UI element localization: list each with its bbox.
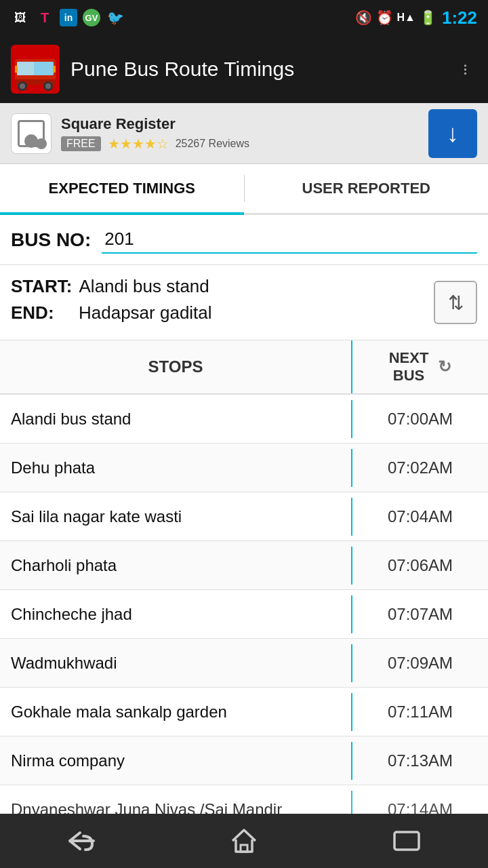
ad-banner: Square Register FREE ★★★★☆ 25267 Reviews… <box>0 103 488 164</box>
gv-icon: GV <box>83 9 100 26</box>
stop-name: Nirma company <box>0 742 352 780</box>
battery-icon: 🔋 <box>420 9 436 26</box>
bus-number-row: BUS NO: <box>0 215 488 265</box>
ad-app-name: Square Register <box>61 115 419 133</box>
bird-icon: 🐦 <box>106 8 125 27</box>
signal-icon: H▲ <box>397 12 415 24</box>
home-icon <box>229 826 259 856</box>
stop-name: Gokhale mala sankalp garden <box>0 693 352 731</box>
tabs-container: EXPECTED TIMINGS USER REPORTED <box>0 164 488 215</box>
time-display: 1:22 <box>442 7 477 28</box>
ad-free-badge: FREE <box>61 136 101 151</box>
content-area: BUS NO: START: Alandi bus stand END: Had… <box>0 215 488 834</box>
col-stops-header: STOPS <box>0 340 352 393</box>
tmobile-icon: T <box>35 8 54 27</box>
alarm-icon: ⏰ <box>376 9 393 26</box>
stop-name: Alandi bus stand <box>0 400 352 438</box>
ad-stars: ★★★★☆ <box>108 136 169 152</box>
stop-row[interactable]: Gokhale mala sankalp garden 07:11AM <box>0 688 488 736</box>
stop-name: Dehu phata <box>0 449 352 487</box>
back-icon <box>66 829 96 852</box>
app-icon <box>11 45 60 94</box>
app-bar: Pune Bus Route Timings ··· <box>0 35 488 103</box>
svg-rect-9 <box>53 66 56 73</box>
stop-row[interactable]: Sai lila nagar kate wasti 07:04AM <box>0 492 488 541</box>
status-bar: 🖼 T in GV 🐦 🔇 ⏰ H▲ 🔋 1:22 <box>0 0 488 35</box>
swap-icon: ⇅ <box>448 292 464 314</box>
linkedin-icon: in <box>60 9 77 26</box>
app-bar-left: Pune Bus Route Timings <box>11 45 294 94</box>
stop-time: 07:00AM <box>352 400 488 438</box>
stop-time: 07:09AM <box>352 644 488 682</box>
table-header: STOPS NEXTBUS ↻ <box>0 340 488 395</box>
svg-rect-2 <box>17 62 34 75</box>
stop-name: Wadmukhwadi <box>0 644 352 682</box>
stop-name: Chincheche jhad <box>0 595 352 633</box>
swap-direction-button[interactable]: ⇅ <box>434 281 477 324</box>
start-label: START: <box>11 276 73 297</box>
stop-row[interactable]: Chincheche jhad 07:07AM <box>0 590 488 639</box>
start-value: Alandi bus stand <box>79 276 209 297</box>
nav-bar <box>0 814 488 868</box>
bus-image <box>12 45 59 93</box>
right-icons: 🔇 ⏰ H▲ 🔋 <box>355 9 436 26</box>
stops-rows-container: Alandi bus stand 07:00AM Dehu phata 07:0… <box>0 395 488 834</box>
route-info: START: Alandi bus stand END: Hadapsar ga… <box>0 265 488 340</box>
stop-time: 07:02AM <box>352 449 488 487</box>
start-row: START: Alandi bus stand <box>11 276 434 297</box>
home-button[interactable] <box>217 821 271 861</box>
overflow-menu-icon[interactable]: ··· <box>455 63 477 75</box>
stop-row[interactable]: Wadmukhwadi 07:09AM <box>0 639 488 688</box>
tab-expected-timings[interactable]: EXPECTED TIMINGS <box>0 164 244 213</box>
stop-time: 07:11AM <box>352 693 488 731</box>
svg-point-7 <box>45 83 51 89</box>
status-icons-left: 🖼 T in GV 🐦 <box>11 8 125 27</box>
stop-time: 07:07AM <box>352 595 488 633</box>
end-row: END: Hadapsar gadital <box>11 302 434 323</box>
tab-user-reported[interactable]: USER REPORTED <box>245 164 489 213</box>
ad-meta: FREE ★★★★☆ 25267 Reviews <box>61 136 419 152</box>
stop-name: Sai lila nagar kate wasti <box>0 498 352 536</box>
svg-point-5 <box>20 83 25 89</box>
bus-no-label: BUS NO: <box>11 229 91 251</box>
svg-rect-8 <box>15 66 18 73</box>
route-text: START: Alandi bus stand END: Hadapsar ga… <box>11 276 434 329</box>
svg-rect-11 <box>394 832 419 850</box>
recent-apps-button[interactable] <box>380 821 434 861</box>
bus-no-input[interactable] <box>102 226 477 254</box>
app-title: Pune Bus Route Timings <box>70 58 294 81</box>
status-bar-right: 🔇 ⏰ H▲ 🔋 1:22 <box>355 7 477 28</box>
col-next-bus-header: NEXTBUS ↻ <box>352 340 488 393</box>
stop-name: Charholi phata <box>0 547 352 585</box>
stop-row[interactable]: Nirma company 07:13AM <box>0 736 488 785</box>
stop-row[interactable]: Dehu phata 07:02AM <box>0 443 488 492</box>
ad-info: Square Register FREE ★★★★☆ 25267 Reviews <box>61 115 419 152</box>
ad-app-icon <box>11 113 52 154</box>
mute-icon: 🔇 <box>355 9 372 26</box>
download-icon: ↓ <box>447 119 459 148</box>
end-value: Hadapsar gadital <box>79 302 212 323</box>
back-button[interactable] <box>54 821 108 861</box>
stop-row[interactable]: Alandi bus stand 07:00AM <box>0 395 488 443</box>
refresh-icon[interactable]: ↻ <box>438 357 451 377</box>
stop-time: 07:06AM <box>352 547 488 585</box>
tabs: EXPECTED TIMINGS USER REPORTED <box>0 164 488 213</box>
ad-reviews: 25267 Reviews <box>176 138 249 150</box>
stop-time: 07:13AM <box>352 742 488 780</box>
ad-download-button[interactable]: ↓ <box>428 109 477 158</box>
stop-time: 07:04AM <box>352 498 488 536</box>
recent-apps-icon <box>392 828 422 854</box>
photo-icon: 🖼 <box>11 8 30 27</box>
stop-row[interactable]: Charholi phata 07:06AM <box>0 541 488 590</box>
stops-table: STOPS NEXTBUS ↻ Alandi bus stand 07:00AM… <box>0 340 488 834</box>
end-label: END: <box>11 302 72 323</box>
svg-rect-10 <box>241 845 247 852</box>
